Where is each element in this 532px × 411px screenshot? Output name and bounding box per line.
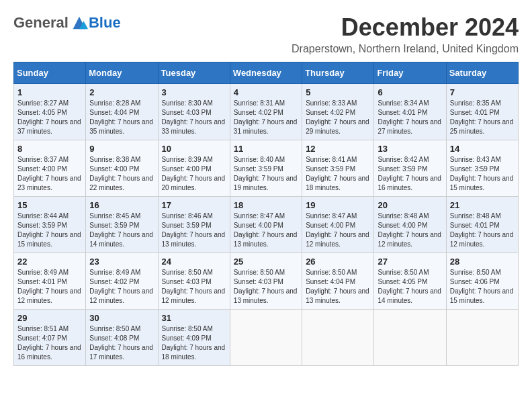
day-content: Sunrise: 8:49 AM Sunset: 4:02 PM Dayligh…	[89, 268, 154, 306]
day-number: 20	[378, 200, 442, 210]
calendar-header-thursday: Thursday	[302, 62, 374, 84]
day-number: 29	[17, 313, 82, 323]
day-content: Sunrise: 8:42 AM Sunset: 3:59 PM Dayligh…	[378, 155, 442, 193]
day-number: 27	[378, 257, 442, 267]
calendar-cell: 30 Sunrise: 8:50 AM Sunset: 4:08 PM Dayl…	[86, 310, 158, 366]
calendar-header-saturday: Saturday	[446, 62, 518, 84]
calendar-header-tuesday: Tuesday	[158, 62, 230, 84]
calendar-cell: 18 Sunrise: 8:47 AM Sunset: 4:00 PM Dayl…	[230, 197, 302, 253]
day-content: Sunrise: 8:50 AM Sunset: 4:09 PM Dayligh…	[162, 324, 226, 362]
calendar-cell	[374, 310, 446, 366]
day-content: Sunrise: 8:50 AM Sunset: 4:08 PM Dayligh…	[89, 324, 154, 362]
day-number: 24	[162, 257, 226, 267]
calendar-cell: 26 Sunrise: 8:50 AM Sunset: 4:04 PM Dayl…	[302, 253, 374, 310]
day-content: Sunrise: 8:43 AM Sunset: 3:59 PM Dayligh…	[450, 155, 515, 193]
day-content: Sunrise: 8:45 AM Sunset: 3:59 PM Dayligh…	[89, 212, 154, 249]
calendar-cell: 12 Sunrise: 8:41 AM Sunset: 3:59 PM Dayl…	[302, 140, 374, 197]
logo-blue-text: Blue	[89, 14, 121, 32]
calendar-cell: 8 Sunrise: 8:37 AM Sunset: 4:00 PM Dayli…	[14, 140, 86, 197]
day-content: Sunrise: 8:30 AM Sunset: 4:03 PM Dayligh…	[162, 99, 226, 136]
day-content: Sunrise: 8:50 AM Sunset: 4:03 PM Dayligh…	[234, 268, 298, 306]
day-content: Sunrise: 8:46 AM Sunset: 3:59 PM Dayligh…	[162, 212, 226, 249]
day-content: Sunrise: 8:44 AM Sunset: 3:59 PM Dayligh…	[17, 212, 82, 249]
calendar-cell: 2 Sunrise: 8:28 AM Sunset: 4:04 PM Dayli…	[86, 84, 158, 140]
day-number: 19	[306, 200, 370, 210]
calendar-header-wednesday: Wednesday	[230, 62, 302, 84]
calendar-cell	[302, 310, 374, 366]
day-number: 12	[306, 144, 370, 154]
day-number: 22	[17, 257, 82, 267]
day-content: Sunrise: 8:48 AM Sunset: 4:01 PM Dayligh…	[450, 212, 515, 249]
day-number: 2	[89, 87, 154, 97]
day-number: 26	[306, 257, 370, 267]
day-content: Sunrise: 8:34 AM Sunset: 4:01 PM Dayligh…	[378, 99, 442, 136]
calendar-cell: 10 Sunrise: 8:39 AM Sunset: 4:00 PM Dayl…	[158, 140, 230, 197]
day-number: 3	[162, 87, 226, 97]
day-number: 8	[17, 144, 82, 154]
calendar-cell: 19 Sunrise: 8:47 AM Sunset: 4:00 PM Dayl…	[302, 197, 374, 253]
calendar-cell: 21 Sunrise: 8:48 AM Sunset: 4:01 PM Dayl…	[446, 197, 518, 253]
day-number: 10	[162, 144, 226, 154]
calendar-header-monday: Monday	[86, 62, 158, 84]
day-content: Sunrise: 8:35 AM Sunset: 4:01 PM Dayligh…	[450, 99, 515, 136]
day-content: Sunrise: 8:47 AM Sunset: 4:00 PM Dayligh…	[234, 212, 298, 249]
calendar-cell: 1 Sunrise: 8:27 AM Sunset: 4:05 PM Dayli…	[14, 84, 86, 140]
day-content: Sunrise: 8:31 AM Sunset: 4:02 PM Dayligh…	[234, 99, 298, 136]
day-number: 4	[234, 87, 298, 97]
calendar-cell: 13 Sunrise: 8:42 AM Sunset: 3:59 PM Dayl…	[374, 140, 446, 197]
day-number: 21	[450, 200, 515, 210]
calendar-cell: 3 Sunrise: 8:30 AM Sunset: 4:03 PM Dayli…	[158, 84, 230, 140]
calendar-week-row: 1 Sunrise: 8:27 AM Sunset: 4:05 PM Dayli…	[14, 84, 519, 140]
page-header: General Blue December 2024 Draperstown, …	[13, 13, 519, 55]
calendar-cell: 9 Sunrise: 8:38 AM Sunset: 4:00 PM Dayli…	[86, 140, 158, 197]
day-number: 28	[450, 257, 515, 267]
calendar-week-row: 8 Sunrise: 8:37 AM Sunset: 4:00 PM Dayli…	[14, 140, 519, 197]
calendar-cell: 29 Sunrise: 8:51 AM Sunset: 4:07 PM Dayl…	[14, 310, 86, 366]
day-number: 15	[17, 200, 82, 210]
calendar-week-row: 22 Sunrise: 8:49 AM Sunset: 4:01 PM Dayl…	[14, 253, 519, 310]
logo: General Blue	[13, 13, 121, 32]
day-number: 5	[306, 87, 370, 97]
day-number: 11	[234, 144, 298, 154]
calendar-week-row: 29 Sunrise: 8:51 AM Sunset: 4:07 PM Dayl…	[14, 310, 519, 366]
day-content: Sunrise: 8:41 AM Sunset: 3:59 PM Dayligh…	[306, 155, 370, 193]
calendar-cell: 5 Sunrise: 8:33 AM Sunset: 4:02 PM Dayli…	[302, 84, 374, 140]
day-number: 31	[162, 313, 226, 323]
title-section: December 2024 Draperstown, Northern Irel…	[292, 13, 519, 55]
calendar-cell: 25 Sunrise: 8:50 AM Sunset: 4:03 PM Dayl…	[230, 253, 302, 310]
calendar-cell: 14 Sunrise: 8:43 AM Sunset: 3:59 PM Dayl…	[446, 140, 518, 197]
day-number: 23	[89, 257, 154, 267]
logo-general-text: General	[13, 14, 69, 32]
calendar-cell: 23 Sunrise: 8:49 AM Sunset: 4:02 PM Dayl…	[86, 253, 158, 310]
day-content: Sunrise: 8:50 AM Sunset: 4:03 PM Dayligh…	[162, 268, 226, 306]
day-number: 9	[89, 144, 154, 154]
day-content: Sunrise: 8:51 AM Sunset: 4:07 PM Dayligh…	[17, 324, 82, 362]
day-content: Sunrise: 8:50 AM Sunset: 4:04 PM Dayligh…	[306, 268, 370, 306]
day-number: 7	[450, 87, 515, 97]
day-number: 25	[234, 257, 298, 267]
day-number: 16	[89, 200, 154, 210]
day-content: Sunrise: 8:33 AM Sunset: 4:02 PM Dayligh…	[306, 99, 370, 136]
day-content: Sunrise: 8:50 AM Sunset: 4:06 PM Dayligh…	[450, 268, 515, 306]
calendar-cell: 20 Sunrise: 8:48 AM Sunset: 4:00 PM Dayl…	[374, 197, 446, 253]
day-number: 18	[234, 200, 298, 210]
day-number: 17	[162, 200, 226, 210]
day-content: Sunrise: 8:40 AM Sunset: 3:59 PM Dayligh…	[234, 155, 298, 193]
calendar-table: SundayMondayTuesdayWednesdayThursdayFrid…	[13, 62, 519, 366]
day-number: 14	[450, 144, 515, 154]
calendar-header-friday: Friday	[374, 62, 446, 84]
day-content: Sunrise: 8:49 AM Sunset: 4:01 PM Dayligh…	[17, 268, 82, 306]
calendar-cell: 4 Sunrise: 8:31 AM Sunset: 4:02 PM Dayli…	[230, 84, 302, 140]
calendar-cell: 7 Sunrise: 8:35 AM Sunset: 4:01 PM Dayli…	[446, 84, 518, 140]
calendar-cell	[446, 310, 518, 366]
calendar-cell: 6 Sunrise: 8:34 AM Sunset: 4:01 PM Dayli…	[374, 84, 446, 140]
calendar-cell: 27 Sunrise: 8:50 AM Sunset: 4:05 PM Dayl…	[374, 253, 446, 310]
day-number: 13	[378, 144, 442, 154]
calendar-cell: 11 Sunrise: 8:40 AM Sunset: 3:59 PM Dayl…	[230, 140, 302, 197]
day-content: Sunrise: 8:50 AM Sunset: 4:05 PM Dayligh…	[378, 268, 442, 306]
subtitle: Draperstown, Northern Ireland, United Ki…	[292, 43, 519, 55]
day-content: Sunrise: 8:39 AM Sunset: 4:00 PM Dayligh…	[162, 155, 226, 193]
calendar-header-row: SundayMondayTuesdayWednesdayThursdayFrid…	[14, 62, 519, 84]
day-content: Sunrise: 8:38 AM Sunset: 4:00 PM Dayligh…	[89, 155, 154, 193]
calendar-cell: 15 Sunrise: 8:44 AM Sunset: 3:59 PM Dayl…	[14, 197, 86, 253]
